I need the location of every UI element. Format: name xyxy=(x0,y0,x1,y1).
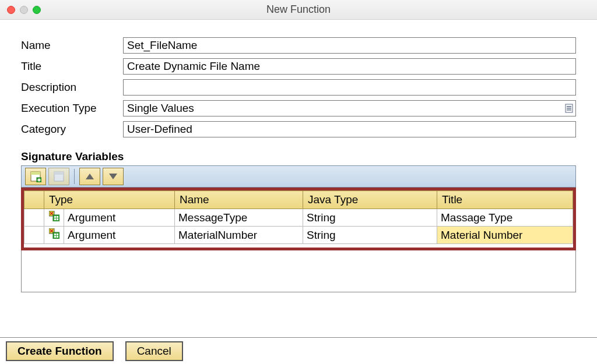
description-field[interactable] xyxy=(123,79,576,96)
execution-type-label: Execution Type xyxy=(21,102,123,115)
row-handle-header xyxy=(24,191,44,209)
svg-rect-17 xyxy=(54,216,56,218)
signature-table-highlight: Type Name Java Type Title ArgumentMessag… xyxy=(21,188,576,250)
dialog-content: Name Title Description Execution Type Ca… xyxy=(0,20,597,292)
cancel-button[interactable]: Cancel xyxy=(125,341,183,361)
move-down-button[interactable] xyxy=(103,168,124,185)
svg-rect-28 xyxy=(57,236,58,238)
svg-rect-8 xyxy=(38,179,41,181)
name-column-header[interactable]: Name xyxy=(175,191,303,209)
type-cell[interactable]: Argument xyxy=(64,209,175,227)
type-column-header[interactable]: Type xyxy=(44,191,175,209)
title-field[interactable] xyxy=(123,58,576,75)
java-type-cell[interactable]: String xyxy=(303,209,437,227)
name-cell[interactable]: MaterialNumber xyxy=(175,227,303,244)
minimize-window-icon xyxy=(20,6,28,14)
svg-rect-3 xyxy=(567,109,571,111)
create-function-button[interactable]: Create Function xyxy=(6,341,114,361)
category-field[interactable] xyxy=(123,121,576,137)
svg-rect-20 xyxy=(57,218,58,220)
svg-rect-24 xyxy=(53,232,59,239)
svg-rect-26 xyxy=(57,234,58,235)
zoom-window-icon[interactable] xyxy=(33,6,41,14)
window-title: New Function xyxy=(0,3,597,16)
table-row[interactable]: ArgumentMaterialNumberStringMaterial Num… xyxy=(24,227,573,244)
title-column-header[interactable]: Title xyxy=(437,191,573,209)
svg-rect-19 xyxy=(54,218,56,220)
window-controls xyxy=(7,6,41,14)
row-handle[interactable] xyxy=(24,227,44,244)
argument-icon xyxy=(44,227,64,244)
java-type-cell[interactable]: String xyxy=(303,227,437,244)
add-row-button[interactable] xyxy=(25,168,46,185)
row-handle[interactable] xyxy=(24,209,44,227)
svg-rect-1 xyxy=(567,106,571,107)
toolbar-separator xyxy=(74,169,75,184)
signature-toolbar xyxy=(21,165,576,188)
signature-heading: Signature Variables xyxy=(21,150,576,163)
svg-marker-11 xyxy=(86,174,94,179)
move-up-button[interactable] xyxy=(79,168,100,185)
execution-type-dropdown-icon[interactable] xyxy=(564,103,574,114)
description-label: Description xyxy=(21,81,123,94)
name-label: Name xyxy=(21,39,123,52)
name-cell[interactable]: MessageType xyxy=(175,209,303,227)
svg-rect-18 xyxy=(57,216,58,218)
title-cell[interactable]: Material Number xyxy=(437,227,573,244)
title-label: Title xyxy=(21,60,123,73)
svg-rect-5 xyxy=(31,172,40,175)
svg-rect-10 xyxy=(54,172,64,175)
signature-table: Type Name Java Type Title ArgumentMessag… xyxy=(24,190,573,244)
svg-marker-12 xyxy=(109,174,117,179)
category-label: Category xyxy=(21,123,123,136)
table-row[interactable]: ArgumentMessageTypeStringMassage Type xyxy=(24,209,573,227)
svg-rect-16 xyxy=(53,215,59,221)
svg-rect-25 xyxy=(54,234,56,235)
signature-blank-area xyxy=(21,250,576,292)
execution-type-field[interactable] xyxy=(123,100,576,116)
svg-rect-2 xyxy=(567,108,571,109)
window-titlebar: New Function xyxy=(0,0,597,20)
close-window-icon[interactable] xyxy=(7,6,15,14)
title-cell[interactable]: Massage Type xyxy=(437,209,573,227)
delete-row-button xyxy=(48,168,69,185)
button-bar: Create Function Cancel xyxy=(0,337,597,364)
argument-icon xyxy=(44,209,64,227)
java-type-column-header[interactable]: Java Type xyxy=(303,191,437,209)
svg-rect-27 xyxy=(54,236,56,238)
type-cell[interactable]: Argument xyxy=(64,227,175,244)
name-field[interactable] xyxy=(123,37,576,54)
